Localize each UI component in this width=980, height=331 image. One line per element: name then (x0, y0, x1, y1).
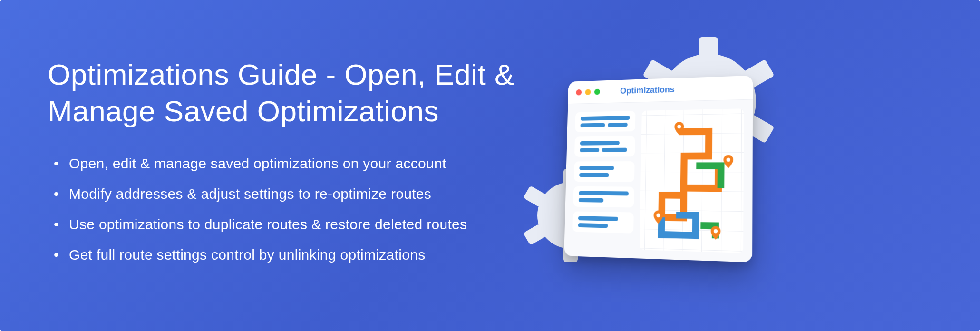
list-item (575, 111, 635, 132)
mockup-sidebar (572, 111, 635, 250)
map-pin-icon (674, 122, 684, 135)
list-item: Modify addresses & adjust settings to re… (69, 184, 547, 204)
list-item (574, 136, 635, 157)
app-window-mockup: Optimizations (564, 76, 753, 263)
text-content: Optimizations Guide - Open, Edit & Manag… (48, 56, 547, 275)
window-body (564, 100, 753, 263)
map-panel (640, 108, 744, 253)
list-item: Use optimizations to duplicate routes & … (69, 214, 547, 234)
list-item: Open, edit & manage saved optimizations … (69, 154, 547, 174)
svg-point-1 (726, 158, 730, 162)
map-pin-icon (710, 226, 721, 240)
window-title: Optimizations (620, 85, 675, 96)
hero-banner: Optimizations Guide - Open, Edit & Manag… (0, 0, 980, 331)
minimize-dot-icon (585, 89, 591, 95)
feature-list: Open, edit & manage saved optimizations … (48, 154, 547, 265)
map-pin-icon (723, 155, 734, 168)
page-title: Optimizations Guide - Open, Edit & Manag… (48, 56, 547, 130)
route-path-icon (640, 108, 744, 253)
traffic-lights (576, 89, 600, 96)
maximize-dot-icon (594, 89, 600, 95)
list-item: Get full route settings control by unlin… (69, 245, 547, 265)
list-item (573, 186, 634, 208)
list-item (574, 161, 635, 182)
hero-illustration: Optimizations (547, 58, 775, 273)
list-item (572, 211, 634, 233)
map-pin-icon (653, 210, 663, 224)
close-dot-icon (576, 89, 582, 96)
